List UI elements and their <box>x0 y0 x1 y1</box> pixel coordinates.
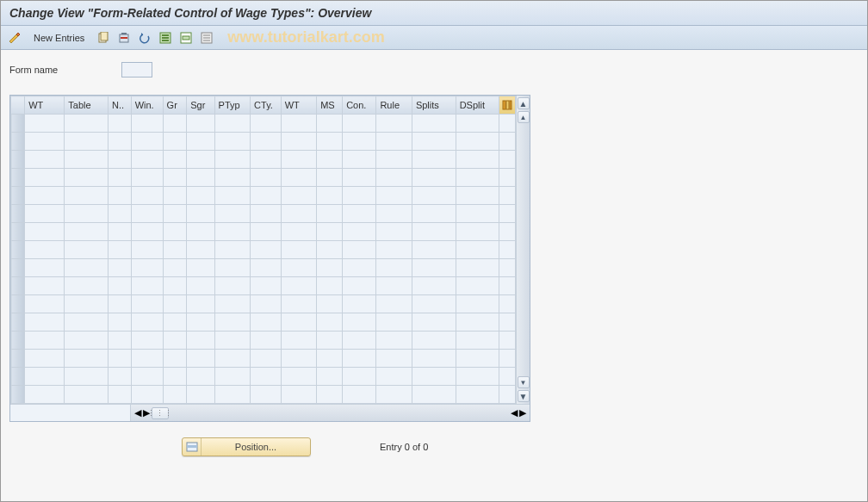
table-cell[interactable] <box>25 259 65 277</box>
toggle-display-change-icon[interactable] <box>6 29 23 46</box>
table-cell[interactable] <box>25 241 65 259</box>
table-cell[interactable] <box>131 259 163 277</box>
table-cell[interactable] <box>317 295 343 313</box>
table-cell[interactable] <box>214 205 251 223</box>
table-cell[interactable] <box>343 259 376 277</box>
undo-icon[interactable] <box>136 29 153 46</box>
table-cell[interactable] <box>343 187 376 205</box>
table-cell[interactable] <box>65 295 108 313</box>
table-cell[interactable] <box>376 169 412 187</box>
table-cell[interactable] <box>108 133 132 151</box>
table-cell[interactable] <box>163 332 187 350</box>
table-cell[interactable] <box>163 223 187 241</box>
table-cell[interactable] <box>251 386 282 404</box>
table-cell[interactable] <box>251 259 282 277</box>
vertical-scrollbar[interactable]: ▲ ▲ ▼ ▼ <box>516 96 530 404</box>
table-cell[interactable] <box>131 223 163 241</box>
table-cell[interactable] <box>281 350 317 368</box>
table-cell[interactable] <box>25 223 65 241</box>
table-cell[interactable] <box>187 151 214 169</box>
table-cell[interactable] <box>65 133 108 151</box>
table-cell[interactable] <box>214 259 251 277</box>
table-cell[interactable] <box>412 151 456 169</box>
table-cell[interactable] <box>317 151 343 169</box>
table-cell[interactable] <box>412 332 456 350</box>
table-cell[interactable] <box>376 350 412 368</box>
table-cell[interactable] <box>214 350 251 368</box>
table-cell[interactable] <box>343 205 376 223</box>
table-cell[interactable] <box>108 115 132 133</box>
row-selector[interactable] <box>11 151 25 169</box>
copy-as-icon[interactable] <box>95 29 112 46</box>
table-cell[interactable] <box>412 223 456 241</box>
table-cell[interactable] <box>108 151 132 169</box>
table-cell[interactable] <box>163 259 187 277</box>
col-win[interactable]: Win. <box>131 96 163 115</box>
table-cell[interactable] <box>281 115 317 133</box>
table-cell[interactable] <box>456 259 499 277</box>
table-cell[interactable] <box>214 386 251 404</box>
col-wt[interactable]: WT <box>25 96 65 115</box>
table-cell[interactable] <box>343 151 376 169</box>
table-cell[interactable] <box>456 350 499 368</box>
table-cell[interactable] <box>187 295 214 313</box>
table-cell[interactable] <box>131 115 163 133</box>
row-selector[interactable] <box>11 115 25 133</box>
scroll-right-end-icon[interactable]: ▶ <box>519 407 526 418</box>
table-cell[interactable] <box>163 151 187 169</box>
scroll-left-icon[interactable]: ◀ <box>134 407 141 419</box>
table-cell[interactable] <box>25 277 65 295</box>
table-cell[interactable] <box>251 368 282 386</box>
col-ptyp[interactable]: PTyp <box>214 96 251 115</box>
table-cell[interactable] <box>317 368 343 386</box>
table-cell[interactable] <box>317 241 343 259</box>
row-selector[interactable] <box>11 223 25 241</box>
table-cell[interactable] <box>163 368 187 386</box>
table-cell[interactable] <box>131 205 163 223</box>
select-all-header[interactable] <box>11 96 25 115</box>
table-cell[interactable] <box>108 259 132 277</box>
table-cell[interactable] <box>412 241 456 259</box>
col-dsplit[interactable]: DSplit <box>456 96 499 115</box>
table-cell[interactable] <box>131 241 163 259</box>
table-cell[interactable] <box>412 205 456 223</box>
table-cell[interactable] <box>163 241 187 259</box>
row-selector[interactable] <box>11 313 25 332</box>
row-selector[interactable] <box>11 277 25 295</box>
table-cell[interactable] <box>412 133 456 151</box>
table-cell[interactable] <box>108 169 132 187</box>
table-cell[interactable] <box>131 313 163 332</box>
select-all-icon[interactable] <box>157 29 174 46</box>
table-cell[interactable] <box>131 350 163 368</box>
table-cell[interactable] <box>412 259 456 277</box>
table-cell[interactable] <box>108 332 132 350</box>
table-cell[interactable] <box>376 133 412 151</box>
row-selector[interactable] <box>11 332 25 350</box>
table-cell[interactable] <box>25 332 65 350</box>
table-cell[interactable] <box>343 115 376 133</box>
table-cell[interactable] <box>456 223 499 241</box>
col-ms[interactable]: MS <box>317 96 343 115</box>
table-cell[interactable] <box>281 133 317 151</box>
table-cell[interactable] <box>214 277 251 295</box>
col-gr[interactable]: Gr <box>163 96 187 115</box>
table-cell[interactable] <box>214 133 251 151</box>
new-entries-button[interactable]: New Entries <box>27 31 91 45</box>
table-cell[interactable] <box>163 115 187 133</box>
table-cell[interactable] <box>317 386 343 404</box>
table-cell[interactable] <box>25 386 65 404</box>
table-cell[interactable] <box>108 350 132 368</box>
horizontal-scrollbar[interactable]: ◀ ▶ ⋮⋮⋮ ◀ ▶ <box>10 404 530 421</box>
row-selector[interactable] <box>11 350 25 368</box>
table-cell[interactable] <box>412 115 456 133</box>
table-cell[interactable] <box>251 223 282 241</box>
table-cell[interactable] <box>65 115 108 133</box>
table-cell[interactable] <box>251 187 282 205</box>
table-cell[interactable] <box>456 241 499 259</box>
table-cell[interactable] <box>163 169 187 187</box>
table-cell[interactable] <box>214 151 251 169</box>
table-cell[interactable] <box>376 295 412 313</box>
col-wt2[interactable]: WT <box>281 96 317 115</box>
table-cell[interactable] <box>456 313 499 332</box>
table-cell[interactable] <box>412 386 456 404</box>
